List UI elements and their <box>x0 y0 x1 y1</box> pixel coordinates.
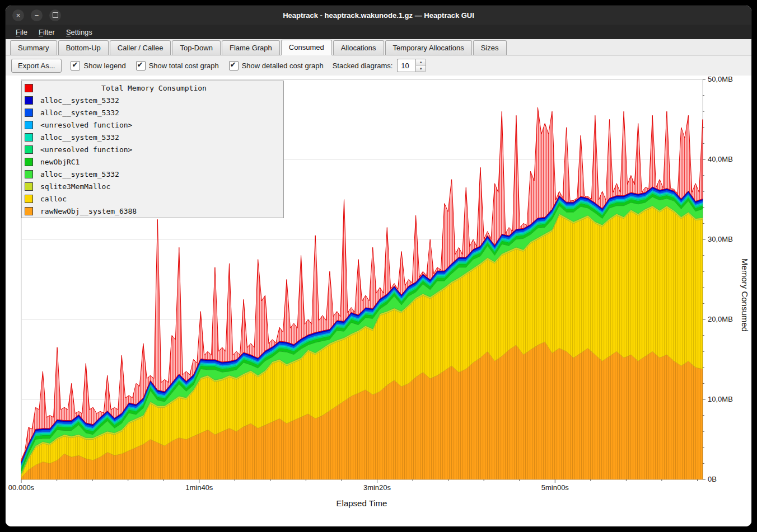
legend-label: newObjRC1 <box>40 158 80 166</box>
checkbox-show-detailed-cost-graph[interactable]: Show detailed cost graph <box>229 61 324 70</box>
legend-swatch <box>25 195 33 203</box>
close-button[interactable]: × <box>12 10 24 21</box>
main-content: SummaryBottom-UpCaller / CalleeTop-DownF… <box>6 39 751 526</box>
spin-buttons: ▲ ▼ <box>415 59 426 72</box>
maximize-icon <box>53 12 58 18</box>
legend-label: alloc__system_5332 <box>40 96 119 105</box>
checkbox-show-total-cost-graph[interactable]: Show total cost graph <box>136 61 219 70</box>
x-tick-label: 1min40s <box>185 483 213 492</box>
y-tick-label: 40,0MB <box>708 155 733 163</box>
legend-swatch <box>25 182 33 191</box>
titlebar: × − Heaptrack - heaptrack.wakunode.1.gz … <box>6 6 751 25</box>
y-axis-title: Memory Consumed <box>740 258 750 332</box>
legend-label: alloc__system_5332 <box>40 109 119 117</box>
tab-consumed[interactable]: Consumed <box>281 40 332 55</box>
chart-area: 0B10,0MB20,0MB30,0MB40,0MB50,0MB00.000s1… <box>6 76 751 526</box>
maximize-button[interactable] <box>49 10 61 21</box>
spin-down-button[interactable]: ▼ <box>416 66 426 72</box>
legend-item-alloc-system-5332: alloc__system_5332 <box>22 131 283 143</box>
legend-item-alloc-system-5332: alloc__system_5332 <box>22 94 283 106</box>
legend-item-alloc-system-5332: alloc__system_5332 <box>22 168 283 180</box>
spin-up-button[interactable]: ▲ <box>416 59 426 66</box>
legend-swatch <box>25 96 33 105</box>
legend-item-rawnewobj-system-6388: rawNewObj__system_6388 <box>22 205 283 217</box>
export-as-button[interactable]: Export As... <box>11 59 62 73</box>
legend-label: alloc__system_5332 <box>40 133 119 142</box>
y-tick-label: 30,0MB <box>708 235 733 243</box>
stacked-diagrams-input[interactable] <box>397 59 415 72</box>
app-window: × − Heaptrack - heaptrack.wakunode.1.gz … <box>6 6 751 526</box>
legend-swatch <box>25 145 33 154</box>
legend-item-alloc-system-5332: alloc__system_5332 <box>22 106 283 119</box>
legend-label: alloc__system_5332 <box>40 170 119 178</box>
window-title: Heaptrack - heaptrack.wakunode.1.gz — He… <box>6 11 751 20</box>
legend-swatch <box>25 109 33 117</box>
stacked-diagrams-spinbox: ▲ ▼ <box>397 59 426 72</box>
window-controls: × − <box>12 10 61 21</box>
checkbox-group: Show legendShow total cost graphShow det… <box>71 61 323 70</box>
legend-items: alloc__system_5332alloc__system_5332<unr… <box>22 94 283 217</box>
legend-swatch <box>25 121 33 129</box>
menu-item-file[interactable]: File <box>10 26 33 38</box>
legend-label: calloc <box>40 195 67 203</box>
y-tick-label: 20,0MB <box>708 315 733 323</box>
chart-legend: Total Memory Consumption alloc__system_5… <box>21 81 284 218</box>
menubar: FileFilterSettings <box>6 25 751 39</box>
legend-swatch <box>25 170 33 178</box>
checkbox-label: Show legend <box>83 62 125 70</box>
legend-label: <unresolved function> <box>40 121 132 129</box>
close-icon: × <box>16 12 21 19</box>
tab-top-down[interactable]: Top-Down <box>172 40 221 55</box>
legend-label: rawNewObj__system_6388 <box>40 207 137 215</box>
legend-item-sqlite3memmalloc: sqlite3MemMalloc <box>22 180 283 192</box>
tab-bar: SummaryBottom-UpCaller / CalleeTop-DownF… <box>6 39 751 55</box>
x-tick-label: 3min20s <box>363 483 391 492</box>
legend-item-unresolved-function: <unresolved function> <box>22 143 283 156</box>
y-tick-label: 50,0MB <box>708 76 733 83</box>
checkmark-icon <box>136 61 146 70</box>
tab-sizes[interactable]: Sizes <box>473 40 507 55</box>
minimize-button[interactable]: − <box>31 10 43 21</box>
x-tick-label: 5min00s <box>541 483 569 492</box>
tab-summary[interactable]: Summary <box>10 40 57 55</box>
legend-item-calloc: calloc <box>22 192 283 205</box>
legend-title: Total Memory Consumption <box>25 84 283 92</box>
tab-flame-graph[interactable]: Flame Graph <box>222 40 280 55</box>
stacked-diagrams-label: Stacked diagrams: <box>333 62 393 70</box>
legend-swatch <box>25 207 33 215</box>
menu-item-filter[interactable]: Filter <box>33 26 60 38</box>
x-axis-title: Elapsed Time <box>337 498 387 508</box>
legend-label: <unresolved function> <box>40 145 132 154</box>
legend-item-unresolved-function: <unresolved function> <box>22 119 283 131</box>
legend-swatch <box>25 158 33 166</box>
legend-item-newobjrc1: newObjRC1 <box>22 156 283 168</box>
toolbar: Export As... Show legendShow total cost … <box>6 55 751 76</box>
checkbox-label: Show detailed cost graph <box>242 62 324 70</box>
checkmark-icon <box>71 61 80 70</box>
y-tick-label: 10,0MB <box>708 395 733 403</box>
menu-item-settings[interactable]: Settings <box>60 26 98 38</box>
legend-title-row: Total Memory Consumption <box>22 82 283 94</box>
y-tick-label: 0B <box>708 475 717 483</box>
checkbox-show-legend[interactable]: Show legend <box>71 61 125 70</box>
tab-bottom-up[interactable]: Bottom-Up <box>58 40 109 55</box>
x-tick-label: 00.000s <box>8 483 35 492</box>
minimize-icon: − <box>35 12 39 19</box>
legend-label: sqlite3MemMalloc <box>40 182 110 191</box>
tab-allocations[interactable]: Allocations <box>333 40 384 55</box>
checkbox-label: Show total cost graph <box>149 62 219 70</box>
tab-temporary-allocations[interactable]: Temporary Allocations <box>385 40 472 55</box>
checkmark-icon <box>229 61 239 70</box>
legend-swatch <box>25 133 33 142</box>
tab-caller-callee[interactable]: Caller / Callee <box>110 40 171 55</box>
